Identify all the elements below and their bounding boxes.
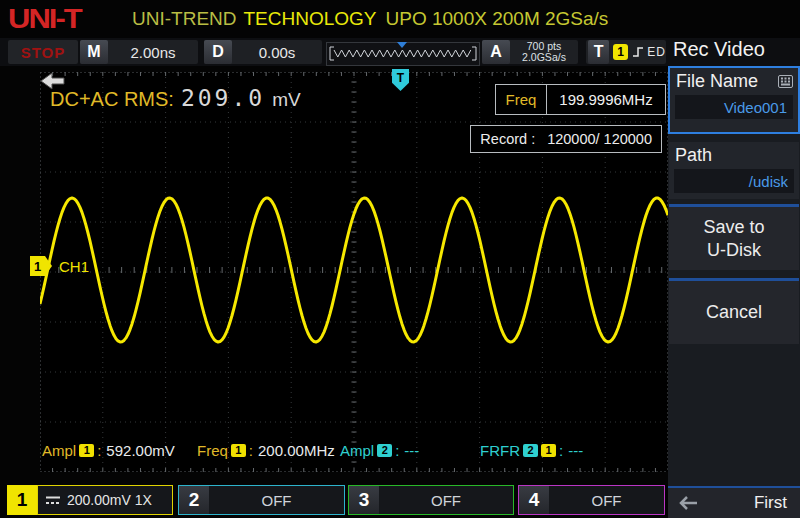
dc-coupling-icon (45, 494, 61, 506)
channel-4-state: OFF (549, 486, 664, 514)
waveform-display-area: DC+AC RMS: 209.0 mV Freq 199.9996MHz Rec… (40, 72, 668, 472)
measurement-ampl-ch1: Ampl 1 : 592.00mV (42, 441, 175, 459)
rising-edge-icon (632, 45, 644, 59)
measurement-ampl-ch2: Ampl 2 : --- (340, 441, 419, 459)
cancel-button[interactable]: Cancel (669, 278, 799, 344)
ch1-badge: 1 (231, 444, 246, 457)
ch1-badge: 1 (79, 444, 94, 457)
channel-4-number: 4 (519, 486, 549, 514)
measurement-readout-unit: mV (272, 89, 301, 111)
channel-2-number: 2 (179, 486, 209, 514)
measurement-freq-ch1: Freq 1 : 200.00MHz (197, 441, 335, 459)
acquire-badge: A (482, 40, 510, 64)
menu-title: Rec Video (668, 38, 800, 66)
ch1-waveform-path (40, 198, 668, 342)
record-counter-box: Record : 120000/ 120000 (470, 125, 662, 153)
channel-3-state: OFF (379, 486, 513, 514)
timebase-value: 2.00ns (108, 44, 198, 61)
record-counter-value: 120000/ 120000 (547, 131, 652, 147)
trigger-source-chip: 1 (613, 44, 627, 60)
trigger-frequency-value: 199.9996MHz (547, 85, 665, 114)
trigger-badge: T (588, 40, 609, 64)
channel-1-scale: 200.00mV 1X (67, 492, 152, 508)
keypad-icon (778, 75, 793, 88)
file-name-value[interactable]: Video001 (675, 95, 793, 119)
channel-3-status[interactable]: 3 OFF (348, 485, 514, 515)
trigger-box[interactable]: T 1 ED (586, 40, 666, 64)
menu-page-nav[interactable]: First (668, 486, 800, 518)
trigger-frequency-label: Freq (496, 85, 547, 114)
brand-logo: UNI-T (8, 2, 81, 35)
channel-2-status[interactable]: 2 OFF (178, 485, 345, 515)
timebase-badge: M (80, 40, 108, 64)
acquire-rate: 2.0GSa/s (510, 52, 578, 63)
acquire-info: 700 pts 2.0GSa/s (510, 41, 578, 63)
channel-2-state: OFF (209, 486, 344, 514)
channel-3-number: 3 (349, 486, 379, 514)
ch1-label: CH1 (59, 258, 89, 275)
delay-badge: D (204, 40, 232, 64)
path-menu-item[interactable]: Path /udisk (669, 142, 799, 199)
trigger-type: ED (647, 45, 666, 59)
trigger-frequency-box: Freq 199.9996MHz (495, 84, 666, 115)
waveform-overview-bar[interactable] (326, 42, 480, 66)
channel-4-status[interactable]: 4 OFF (518, 485, 665, 515)
measurement-readout: DC+AC RMS: 209.0 mV (50, 85, 301, 111)
header-title: UNI-TRENDTECHNOLOGYUPO 1000X 200M 2GSa/s (132, 8, 608, 30)
channel-1-settings: 200.00mV 1X (37, 485, 173, 515)
ch1-badge: 1 (541, 444, 556, 457)
page-nav-label: First (754, 493, 800, 513)
model-name: UPO 1000X 200M 2GSa/s (386, 8, 609, 29)
brand-name: UNI-TREND (132, 8, 237, 29)
brand-name-2: TECHNOLOGY (244, 8, 377, 29)
channel-1-number: 1 (7, 485, 37, 515)
timebase-box[interactable]: M 2.00ns (80, 40, 198, 64)
delay-box[interactable]: D 0.00s (204, 40, 322, 64)
save-to-udisk-button[interactable]: Save to U-Disk (669, 204, 799, 270)
measurement-readout-label: DC+AC RMS: (50, 88, 174, 111)
measurement-readout-value: 209.0 (181, 85, 265, 111)
rec-video-menu-panel: Rec Video File Name Video001 Path /udisk (668, 38, 800, 518)
path-value: /udisk (674, 169, 794, 193)
record-counter-label: Record : (480, 131, 535, 147)
acquire-box[interactable]: A 700 pts 2.0GSa/s (482, 40, 578, 64)
file-name-label: File Name (676, 71, 758, 92)
ch2-badge: 2 (377, 444, 392, 457)
mouse-cursor-arrow-icon (40, 72, 66, 90)
measurement-frfr-ch2-ch1: FRFR 2 1 : --- (480, 441, 583, 459)
file-name-menu-item[interactable]: File Name Video001 (668, 66, 800, 134)
overview-trigger-position-icon[interactable] (397, 42, 407, 48)
ch2-badge: 2 (523, 444, 538, 457)
delay-value: 0.00s (232, 44, 322, 61)
path-label: Path (669, 142, 799, 166)
oscilloscope-screen: UNI-T UNI-TRENDTECHNOLOGYUPO 1000X 200M … (0, 0, 800, 518)
channel-1-status[interactable]: 1 200.00mV 1X (7, 485, 173, 515)
back-arrow-icon (678, 495, 702, 511)
run-stop-indicator[interactable]: STOP (8, 40, 78, 64)
